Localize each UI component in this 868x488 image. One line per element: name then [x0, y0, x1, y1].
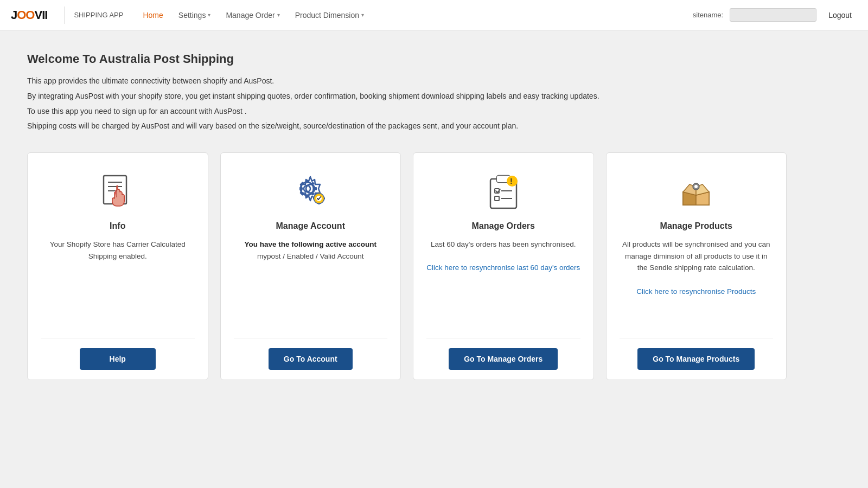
nav-links: Home Settings ▾ Manage Order ▾ Product D… — [136, 7, 692, 24]
info-card: Info Your Shopify Store has Carrier Calc… — [27, 152, 208, 380]
settings-dropdown-arrow: ▾ — [208, 12, 210, 18]
manage-orders-card: ! Manage Orders Last 60 day's orders has… — [413, 152, 594, 380]
welcome-line-2: By integrating AusPost with your shopify… — [27, 90, 787, 103]
welcome-title: Welcome To Australia Post Shipping — [27, 52, 787, 66]
product-dimension-dropdown-arrow: ▾ — [361, 12, 364, 18]
info-card-footer: Help — [41, 338, 195, 380]
sitename-input[interactable] — [730, 8, 816, 22]
nav-product-dimension[interactable]: Product Dimension ▾ — [289, 7, 371, 24]
info-card-body: Your Shopify Store has Carrier Calculate… — [41, 239, 195, 325]
nav-manage-order[interactable]: Manage Order ▾ — [219, 7, 286, 24]
navbar: JOOVII SHIPPING APP Home Settings ▾ Mana… — [0, 0, 868, 30]
manage-products-icon — [674, 169, 718, 213]
welcome-line-1: This app provides the ultimate connectiv… — [27, 75, 787, 88]
svg-rect-12 — [299, 187, 302, 190]
nav-right: sitename: Logout — [693, 8, 857, 23]
manage-orders-card-footer: Go To Manage Orders — [426, 338, 580, 380]
resync-products-link[interactable]: Click here to resynchronise Products — [636, 287, 756, 296]
manage-account-icon: ✓ — [289, 169, 332, 213]
svg-rect-13 — [314, 187, 317, 190]
info-card-title: Info — [110, 221, 125, 231]
svg-rect-31 — [495, 196, 499, 201]
logo: JOOVII — [11, 8, 47, 22]
manage-orders-card-body: Last 60 day's orders has been synchronis… — [426, 239, 580, 325]
brand: JOOVII — [11, 8, 47, 22]
svg-point-36 — [694, 185, 698, 188]
nav-settings[interactable]: Settings ▾ — [172, 7, 218, 24]
nav-divider — [65, 7, 65, 24]
info-icon — [96, 169, 139, 213]
go-to-manage-products-button[interactable]: Go To Manage Products — [637, 348, 755, 370]
go-to-manage-orders-button[interactable]: Go To Manage Orders — [449, 348, 558, 370]
sitename-label: sitename: — [693, 11, 723, 19]
manage-order-dropdown-arrow: ▾ — [277, 12, 280, 18]
manage-account-card-footer: Go To Account — [234, 338, 388, 380]
main-content: Welcome To Australia Post Shipping This … — [0, 30, 814, 402]
manage-products-card-body: All products will be synchronised and yo… — [620, 239, 774, 325]
go-to-account-button[interactable]: Go To Account — [269, 348, 353, 370]
manage-orders-card-title: Manage Orders — [472, 221, 535, 231]
manage-account-card-body: You have the following active account my… — [244, 239, 376, 325]
app-name: SHIPPING APP — [74, 11, 123, 19]
manage-account-card-title: Manage Account — [276, 221, 345, 231]
logout-button[interactable]: Logout — [823, 8, 857, 23]
manage-products-card-footer: Go To Manage Products — [620, 338, 774, 380]
welcome-line-4: Shipping costs will be charged by AusPos… — [27, 120, 787, 133]
welcome-line-3: To use this app you need to sign up for … — [27, 105, 787, 118]
help-button[interactable]: Help — [80, 348, 156, 370]
manage-account-card: ✓ — [220, 152, 401, 380]
manage-products-card: Manage Products All products will be syn… — [606, 152, 787, 380]
svg-rect-10 — [305, 180, 309, 183]
svg-text:!: ! — [510, 177, 513, 185]
nav-home[interactable]: Home — [136, 7, 169, 24]
manage-orders-icon: ! — [482, 169, 525, 213]
resync-orders-link[interactable]: Click here to resynchronise last 60 day'… — [426, 264, 580, 272]
manage-products-card-title: Manage Products — [660, 221, 732, 231]
cards-row: Info Your Shopify Store has Carrier Calc… — [27, 152, 787, 380]
svg-rect-11 — [305, 195, 309, 197]
